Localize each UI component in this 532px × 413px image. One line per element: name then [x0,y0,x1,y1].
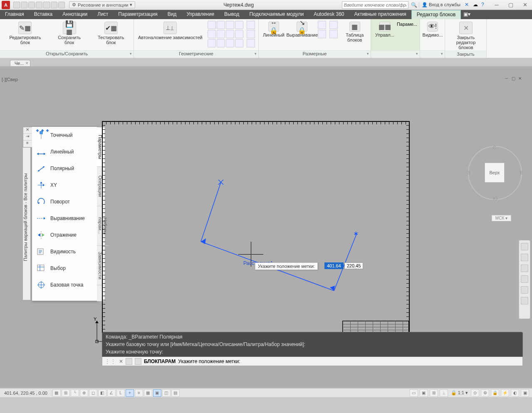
sb-annoscale-icon[interactable]: ⟂ [440,389,448,397]
sb-layout-icon[interactable]: ▣ [420,389,428,397]
cmd-chevron-icon[interactable] [126,358,132,365]
param-flip[interactable]: Отражение [32,227,97,243]
constraint-icon[interactable] [235,21,243,29]
sb-otrack-icon[interactable]: ∠ [107,389,116,397]
constraint-extra-icon[interactable] [247,39,255,47]
qat-print-icon[interactable] [43,2,50,8]
constraint-icon[interactable] [217,30,225,38]
constraint-icon[interactable] [226,21,234,29]
sb-3dosnap-icon[interactable]: ◧ [98,389,106,397]
param-basepoint[interactable]: Базовая точка [32,277,97,293]
status-coords[interactable]: 401.64, 220.45 , 0.00 [0,391,52,396]
tab-plugins[interactable]: Подключаемые модули [244,10,309,19]
param-xy[interactable]: ◆ ◆ ◆XY [32,177,97,193]
workspace-switcher[interactable]: ⚙ Рисование и аннотации ▾ [69,1,135,8]
sb-polar-icon[interactable]: ⊕ [80,389,88,397]
viewcube-north[interactable]: С [493,145,496,150]
tab-a360[interactable]: Autodesk 360 [309,10,349,19]
coord-y-input[interactable]: 220.45 [344,262,364,269]
constraint-extra-icon[interactable] [247,30,255,38]
qat-undo-icon[interactable] [51,2,57,8]
help-icon[interactable]: ? [481,2,488,8]
tab-insert[interactable]: Вставка [29,10,58,19]
param-visibility[interactable]: Видимость [32,243,97,260]
app-logo[interactable]: A [2,1,10,9]
command-history[interactable]: Команда: _BParameter Полярная Укажите ба… [102,332,523,357]
tab-express[interactable]: Активные приложения [349,10,411,19]
auto-constrain-button[interactable]: ⟂⊥Автоналожение зависимостей [136,21,204,41]
constraint-icon[interactable] [208,21,216,29]
param-linear[interactable]: ◆ ◆Линейный [32,143,97,160]
palette-close-icon[interactable]: ✕ [23,127,32,134]
dim-small-icon[interactable] [329,30,338,38]
visibility-button[interactable]: 👁!Видимо... [423,21,443,38]
tab-overflow[interactable]: ▣▾ [461,10,473,19]
tab-parametric[interactable]: Параметризация [113,10,162,19]
test-block-button[interactable]: ✔▦Тестировать блок [91,21,131,46]
sb-hardware-icon[interactable]: ⚡ [501,389,509,397]
sb-model-icon[interactable]: ▭ [410,389,418,397]
tab-view[interactable]: Вид [163,10,182,19]
constraint-icon[interactable] [217,21,225,29]
param-lookup[interactable]: Выбор [32,260,97,277]
sb-qview-icon[interactable]: ⊞ [430,389,438,397]
sb-snap-icon[interactable]: ⊞ [62,389,70,397]
qat-saveas-icon[interactable] [36,2,42,8]
sb-annovisibility-icon[interactable]: ⊙ [471,389,479,397]
panel-dropdown-icon[interactable]: ▾ [255,52,257,56]
viewcube-west[interactable]: З [467,170,470,175]
constraint-icon[interactable] [226,39,234,47]
sb-osnap-icon[interactable]: ◻ [89,389,97,397]
help-search-input[interactable] [342,1,408,9]
close-tab-icon[interactable]: ✕ [25,61,29,65]
nav-wheel-icon[interactable] [521,243,528,250]
constraint-icon[interactable] [235,30,243,38]
sb-dyn-icon[interactable]: + [126,389,134,397]
window-minimize-button[interactable]: ─ [490,0,504,10]
exchange-icon[interactable]: ✕ [465,2,471,8]
sb-grid-icon[interactable]: ▦ [52,389,61,397]
sb-isolate-icon[interactable]: ◐ [511,389,519,397]
sb-clean-icon[interactable]: ▣ [521,389,529,397]
vp-minimize-icon[interactable]: ─ [504,75,510,81]
dim-small-icon[interactable] [318,21,326,29]
palette-menu-icon[interactable]: ≡ [23,141,32,147]
cmd-grip-icon[interactable]: ⋮⋮ [105,359,116,364]
sb-transp-icon[interactable]: ▦ [144,389,152,397]
sb-ortho-icon[interactable]: └ [71,389,79,397]
viewcube-face[interactable]: Верх [485,163,505,183]
nav-more-icon[interactable] [521,297,528,304]
params-label[interactable]: Параме... [397,21,417,27]
dim-small-icon[interactable] [318,30,326,38]
cloud-icon[interactable]: ☁ [473,2,480,8]
qat-open-icon[interactable] [21,2,27,8]
constraint-icon[interactable] [208,39,216,47]
panel-dropdown-icon[interactable]: ▾ [416,52,418,56]
constraint-icon[interactable] [208,30,216,38]
coord-x-input[interactable]: 401.64 [324,262,344,269]
edit-block-button[interactable]: ✎▦Редактировать блок [2,21,48,46]
viewport-label[interactable]: [-][Свер [2,77,18,82]
sb-ws-icon[interactable]: ⚙ [481,389,489,397]
search-icon[interactable]: 🔍 [411,2,417,8]
save-block-button[interactable]: 💾▦Сохранить блок [51,21,88,46]
constraint-icon[interactable] [235,39,243,47]
param-polar[interactable]: ◆ ◆ ◆Полярный [32,160,97,177]
nav-zoom-icon[interactable] [521,265,528,272]
tab-manage[interactable]: Управление [181,10,219,19]
qat-redo-icon[interactable] [58,2,65,8]
constraint-extra-icon[interactable] [247,21,255,29]
block-table-button[interactable]: ▦Таблица блоков [341,21,368,43]
viewcube[interactable]: Верх С Ю В З [468,146,522,200]
ucs-label[interactable]: МСК ▾ [492,215,511,221]
viewcube-east[interactable]: В [520,170,523,175]
window-maximize-button[interactable]: ▢ [504,0,518,10]
cmd-close-icon[interactable]: ✕ [119,359,123,364]
nav-orbit-icon[interactable] [521,275,528,283]
manage-button[interactable]: ▦▦Управл... [374,21,396,38]
qat-new-icon[interactable] [13,2,20,8]
dim-small-icon[interactable] [329,21,338,29]
sb-qp-icon[interactable]: ▣ [153,389,161,397]
nav-pan-icon[interactable] [521,254,528,261]
sb-sc-icon[interactable]: ◫ [162,389,171,397]
